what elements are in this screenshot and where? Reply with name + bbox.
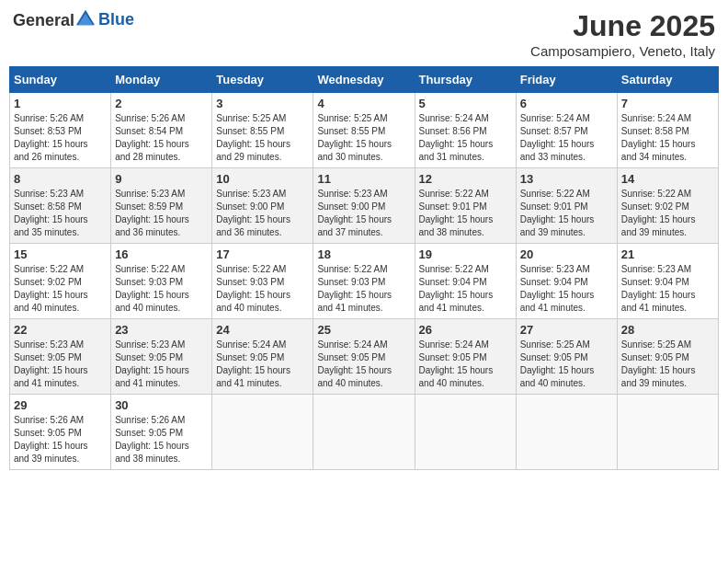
calendar-cell: 4Sunrise: 5:25 AMSunset: 8:55 PMDaylight…: [313, 93, 415, 168]
calendar-cell: 13Sunrise: 5:22 AMSunset: 9:01 PMDayligh…: [516, 168, 617, 244]
logo-icon: [76, 9, 95, 26]
day-number: 17: [216, 247, 309, 261]
calendar-row: 1Sunrise: 5:26 AMSunset: 8:53 PMDaylight…: [10, 93, 719, 168]
calendar-cell: 12Sunrise: 5:22 AMSunset: 9:01 PMDayligh…: [415, 168, 516, 244]
calendar-cell: 23Sunrise: 5:23 AMSunset: 9:05 PMDayligh…: [111, 319, 212, 395]
calendar-cell: 6Sunrise: 5:24 AMSunset: 8:57 PMDaylight…: [516, 93, 617, 168]
col-tuesday: Tuesday: [212, 67, 313, 93]
day-content: Sunrise: 5:23 AMSunset: 8:58 PMDaylight:…: [14, 188, 107, 239]
col-sunday: Sunday: [10, 67, 111, 93]
calendar-cell: 17Sunrise: 5:22 AMSunset: 9:03 PMDayligh…: [212, 244, 313, 319]
day-content: Sunrise: 5:22 AMSunset: 9:02 PMDaylight:…: [621, 188, 714, 239]
day-content: Sunrise: 5:22 AMSunset: 9:04 PMDaylight:…: [419, 263, 512, 315]
calendar-cell: 2Sunrise: 5:26 AMSunset: 8:54 PMDaylight…: [111, 93, 212, 168]
day-content: Sunrise: 5:23 AMSunset: 9:05 PMDaylight:…: [14, 339, 107, 390]
day-content: Sunrise: 5:22 AMSunset: 9:02 PMDaylight:…: [14, 263, 107, 315]
day-content: Sunrise: 5:23 AMSunset: 9:05 PMDaylight:…: [115, 339, 208, 390]
day-number: 5: [419, 97, 512, 110]
calendar-cell: 11Sunrise: 5:23 AMSunset: 9:00 PMDayligh…: [313, 168, 415, 244]
day-number: 16: [115, 247, 208, 261]
calendar-table: Sunday Monday Tuesday Wednesday Thursday…: [9, 66, 719, 470]
calendar-cell: 21Sunrise: 5:23 AMSunset: 9:04 PMDayligh…: [617, 244, 718, 319]
col-thursday: Thursday: [415, 67, 516, 93]
day-content: Sunrise: 5:24 AMSunset: 9:05 PMDaylight:…: [317, 339, 410, 390]
calendar-cell: 28Sunrise: 5:25 AMSunset: 9:05 PMDayligh…: [617, 319, 718, 395]
location-title: Camposampiero, Veneto, Italy: [530, 43, 715, 59]
day-number: 7: [621, 97, 714, 110]
col-monday: Monday: [111, 67, 212, 93]
day-content: Sunrise: 5:23 AMSunset: 9:04 PMDaylight:…: [520, 263, 613, 315]
day-content: Sunrise: 5:24 AMSunset: 8:56 PMDaylight:…: [419, 112, 512, 164]
day-number: 12: [419, 172, 512, 186]
day-number: 29: [14, 398, 107, 412]
day-number: 22: [14, 323, 107, 337]
page-header: General Blue June 2025 Camposampiero, Ve…: [9, 9, 719, 59]
day-content: Sunrise: 5:23 AMSunset: 9:00 PMDaylight:…: [216, 188, 309, 239]
day-content: Sunrise: 5:26 AMSunset: 9:05 PMDaylight:…: [14, 414, 107, 465]
month-title: June 2025: [530, 9, 715, 43]
day-number: 10: [216, 172, 309, 186]
calendar-row: 8Sunrise: 5:23 AMSunset: 8:58 PMDaylight…: [10, 168, 719, 244]
calendar-cell: 16Sunrise: 5:22 AMSunset: 9:03 PMDayligh…: [111, 244, 212, 319]
calendar-cell: 9Sunrise: 5:23 AMSunset: 8:59 PMDaylight…: [111, 168, 212, 244]
day-number: 21: [621, 247, 714, 261]
day-number: 13: [520, 172, 613, 186]
day-content: Sunrise: 5:23 AMSunset: 9:00 PMDaylight:…: [317, 188, 410, 239]
day-number: 3: [216, 97, 309, 110]
day-content: Sunrise: 5:22 AMSunset: 9:03 PMDaylight:…: [115, 263, 208, 315]
calendar-cell: 20Sunrise: 5:23 AMSunset: 9:04 PMDayligh…: [516, 244, 617, 319]
calendar-row: 22Sunrise: 5:23 AMSunset: 9:05 PMDayligh…: [10, 319, 719, 395]
day-content: Sunrise: 5:24 AMSunset: 9:05 PMDaylight:…: [419, 339, 512, 390]
col-wednesday: Wednesday: [313, 67, 415, 93]
calendar-cell: [313, 395, 415, 470]
day-number: 9: [115, 172, 208, 186]
calendar-cell: 5Sunrise: 5:24 AMSunset: 8:56 PMDaylight…: [415, 93, 516, 168]
day-content: Sunrise: 5:26 AMSunset: 8:53 PMDaylight:…: [14, 112, 107, 164]
calendar-cell: [212, 395, 313, 470]
col-saturday: Saturday: [617, 67, 718, 93]
day-content: Sunrise: 5:25 AMSunset: 9:05 PMDaylight:…: [520, 339, 613, 390]
calendar-cell: 1Sunrise: 5:26 AMSunset: 8:53 PMDaylight…: [10, 93, 111, 168]
day-number: 30: [115, 398, 208, 412]
calendar-cell: 10Sunrise: 5:23 AMSunset: 9:00 PMDayligh…: [212, 168, 313, 244]
calendar-cell: [516, 395, 617, 470]
day-number: 4: [317, 97, 410, 110]
day-content: Sunrise: 5:24 AMSunset: 8:58 PMDaylight:…: [621, 112, 714, 164]
day-number: 1: [14, 97, 107, 110]
calendar-row: 15Sunrise: 5:22 AMSunset: 9:02 PMDayligh…: [10, 244, 719, 319]
day-number: 24: [216, 323, 309, 337]
day-content: Sunrise: 5:22 AMSunset: 9:01 PMDaylight:…: [520, 188, 613, 239]
logo-blue: Blue: [98, 10, 134, 29]
day-content: Sunrise: 5:22 AMSunset: 9:03 PMDaylight:…: [216, 263, 309, 315]
calendar-cell: 8Sunrise: 5:23 AMSunset: 8:58 PMDaylight…: [10, 168, 111, 244]
logo: General Blue: [13, 9, 134, 30]
logo-text: General: [13, 9, 95, 30]
calendar-cell: 22Sunrise: 5:23 AMSunset: 9:05 PMDayligh…: [10, 319, 111, 395]
calendar-cell: 7Sunrise: 5:24 AMSunset: 8:58 PMDaylight…: [617, 93, 718, 168]
calendar-cell: 24Sunrise: 5:24 AMSunset: 9:05 PMDayligh…: [212, 319, 313, 395]
calendar-cell: 19Sunrise: 5:22 AMSunset: 9:04 PMDayligh…: [415, 244, 516, 319]
day-number: 14: [621, 172, 714, 186]
calendar-cell: 18Sunrise: 5:22 AMSunset: 9:03 PMDayligh…: [313, 244, 415, 319]
col-friday: Friday: [516, 67, 617, 93]
day-content: Sunrise: 5:22 AMSunset: 9:03 PMDaylight:…: [317, 263, 410, 315]
calendar-cell: 27Sunrise: 5:25 AMSunset: 9:05 PMDayligh…: [516, 319, 617, 395]
calendar-cell: 25Sunrise: 5:24 AMSunset: 9:05 PMDayligh…: [313, 319, 415, 395]
title-block: June 2025 Camposampiero, Veneto, Italy: [530, 9, 715, 59]
calendar-row: 29Sunrise: 5:26 AMSunset: 9:05 PMDayligh…: [10, 395, 719, 470]
calendar-cell: [415, 395, 516, 470]
calendar-cell: [617, 395, 718, 470]
calendar-cell: 14Sunrise: 5:22 AMSunset: 9:02 PMDayligh…: [617, 168, 718, 244]
day-content: Sunrise: 5:25 AMSunset: 8:55 PMDaylight:…: [317, 112, 410, 164]
day-number: 19: [419, 247, 512, 261]
day-number: 23: [115, 323, 208, 337]
day-content: Sunrise: 5:25 AMSunset: 9:05 PMDaylight:…: [621, 339, 714, 390]
calendar-cell: 15Sunrise: 5:22 AMSunset: 9:02 PMDayligh…: [10, 244, 111, 319]
day-content: Sunrise: 5:25 AMSunset: 8:55 PMDaylight:…: [216, 112, 309, 164]
day-number: 27: [520, 323, 613, 337]
day-number: 8: [14, 172, 107, 186]
logo-general: General: [13, 11, 74, 29]
calendar-cell: 26Sunrise: 5:24 AMSunset: 9:05 PMDayligh…: [415, 319, 516, 395]
day-content: Sunrise: 5:26 AMSunset: 9:05 PMDaylight:…: [115, 414, 208, 465]
day-number: 15: [14, 247, 107, 261]
